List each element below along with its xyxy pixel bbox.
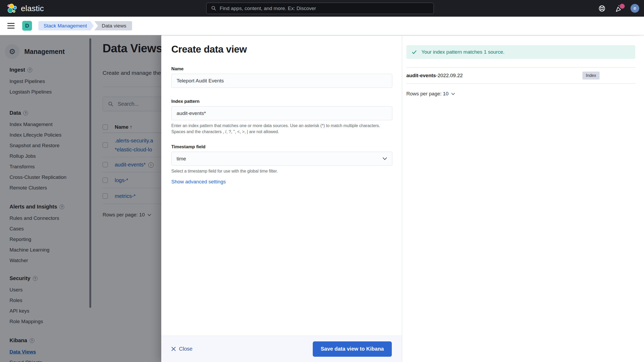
breadcrumb: Stack Management Data views <box>38 21 132 30</box>
preview-rows-per-page-label: Rows per page: 10 <box>406 91 449 97</box>
elastic-logo[interactable]: elastic <box>0 3 44 14</box>
name-field-value: Teleport Audit Events <box>177 78 224 84</box>
save-data-view-button[interactable]: Save data view to Kibana <box>313 341 392 357</box>
name-label: Name <box>171 66 392 72</box>
flyout-preview-pane: Your index pattern matches 1 source. aud… <box>402 36 644 362</box>
success-callout: Your index pattern matches 1 source. <box>406 45 635 59</box>
success-callout-text: Your index pattern matches 1 source. <box>421 49 504 55</box>
index-pattern-help-text: Enter an index pattern that matches one … <box>171 123 388 135</box>
overlay-mask <box>0 35 162 362</box>
matched-source-name: audit-events-2022.09.22 <box>406 73 463 78</box>
preview-rows-per-page-control[interactable]: Rows per page: 10 <box>406 91 635 97</box>
index-badge: Index <box>582 72 600 80</box>
flyout-title: Create data view <box>171 44 392 55</box>
chevron-down-icon <box>383 157 387 160</box>
close-button[interactable]: Close <box>171 346 192 352</box>
close-icon <box>171 347 176 351</box>
elastic-logo-icon <box>7 3 17 14</box>
deployment-initial: D <box>25 23 29 29</box>
show-advanced-settings-link[interactable]: Show advanced settings <box>171 179 226 185</box>
notification-dot <box>620 4 625 9</box>
user-avatar[interactable]: e <box>631 4 639 13</box>
check-icon <box>412 49 417 55</box>
logo-wordmark: elastic <box>21 4 44 13</box>
matched-source-row: audit-events-2022.09.22 Index <box>406 68 635 84</box>
breadcrumb-stack-management[interactable]: Stack Management <box>38 21 94 30</box>
create-data-view-flyout: Create data view Name Teleport Audit Eve… <box>161 36 644 362</box>
menu-hamburger-icon[interactable] <box>7 21 18 31</box>
close-label: Close <box>179 346 192 352</box>
avatar-initial: e <box>633 6 636 11</box>
timestamp-value: time <box>177 156 186 162</box>
timestamp-help-text: Select a timestamp field for use with th… <box>171 168 388 174</box>
search-icon <box>211 6 216 11</box>
help-icon[interactable] <box>597 3 607 14</box>
breadcrumb-data-views: Data views <box>94 21 132 30</box>
global-search-input[interactable]: Find apps, content, and more. Ex: Discov… <box>206 3 434 14</box>
global-search-placeholder: Find apps, content, and more. Ex: Discov… <box>220 6 316 11</box>
name-field[interactable]: Teleport Audit Events <box>171 74 392 88</box>
chevron-down-icon <box>451 93 455 95</box>
flyout-footer: Close Save data view to Kibana <box>161 336 402 362</box>
index-pattern-field[interactable]: audit-events* <box>171 106 392 120</box>
index-pattern-label: Index pattern <box>171 99 392 104</box>
index-pattern-value: audit-events* <box>177 110 206 116</box>
app-header: elastic Find apps, content, and more. Ex… <box>0 0 644 17</box>
newsfeed-icon[interactable] <box>614 3 624 14</box>
flyout-form-pane: Create data view Name Teleport Audit Eve… <box>161 36 402 362</box>
breadcrumb-bar: D Stack Management Data views <box>0 17 644 35</box>
timestamp-label: Timestamp field <box>171 144 392 150</box>
deployment-badge[interactable]: D <box>22 21 32 31</box>
timestamp-select[interactable]: time <box>171 152 392 166</box>
